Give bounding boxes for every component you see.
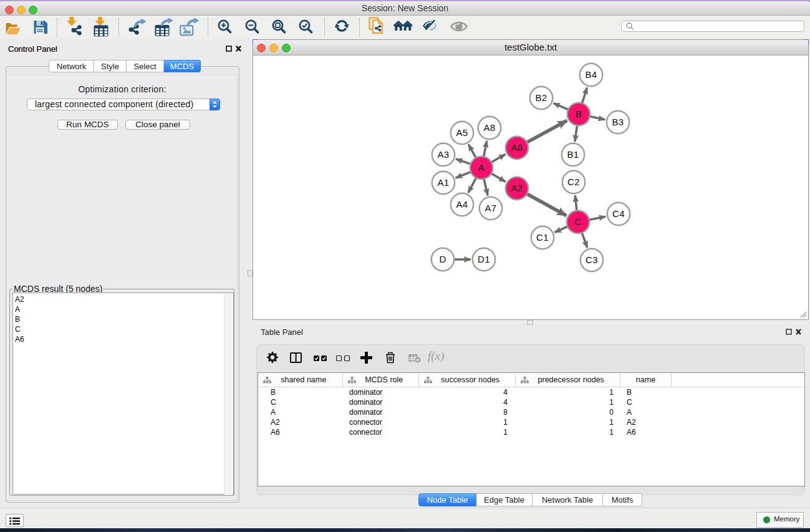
svg-text:A8: A8 <box>483 122 495 133</box>
svg-text:B3: B3 <box>612 117 624 127</box>
svg-text:A3: A3 <box>437 149 449 160</box>
svg-text:B2: B2 <box>535 92 547 103</box>
svg-text:C1: C1 <box>536 232 549 243</box>
svg-text:A1: A1 <box>437 177 449 188</box>
svg-text:D: D <box>439 254 446 264</box>
svg-text:B: B <box>576 109 582 119</box>
svg-text:C4: C4 <box>612 208 625 219</box>
svg-text:A6: A6 <box>511 142 523 153</box>
svg-text:C2: C2 <box>567 177 580 187</box>
svg-text:A5: A5 <box>456 127 468 138</box>
svg-text:A2: A2 <box>511 183 523 193</box>
svg-text:B1: B1 <box>567 149 579 160</box>
svg-text:C3: C3 <box>586 254 598 265</box>
svg-text:B4: B4 <box>585 69 597 80</box>
svg-text:D1: D1 <box>478 254 490 264</box>
svg-text:A7: A7 <box>485 203 496 213</box>
svg-text:C: C <box>574 216 581 227</box>
svg-text:A: A <box>478 162 485 173</box>
svg-text:A4: A4 <box>456 199 468 210</box>
